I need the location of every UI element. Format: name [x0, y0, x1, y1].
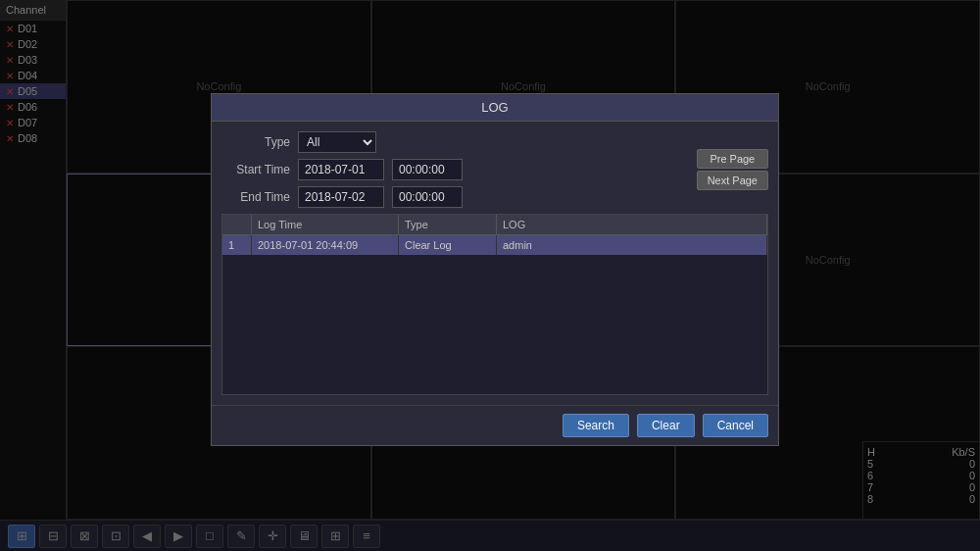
dialog-title: LOG [212, 94, 778, 122]
next-page-button[interactable]: Next Page [697, 171, 768, 190]
log-table: Log Time Type LOG 1 2018-07-01 20:44:09 … [221, 214, 768, 395]
end-time-label: End Time [221, 190, 290, 204]
col-log: LOG [497, 215, 767, 234]
cancel-button[interactable]: Cancel [703, 414, 768, 437]
type-row: Type AllSystemConfigAlarmRecordAccountCl… [221, 131, 687, 153]
log-dialog: LOG Type AllSystemConfigAlarmRecordAccou… [211, 93, 779, 446]
table-body: 1 2018-07-01 20:44:09 Clear Log admin [222, 235, 767, 394]
end-time-time-input[interactable] [392, 186, 463, 208]
type-select[interactable]: AllSystemConfigAlarmRecordAccountClear [298, 131, 376, 153]
start-time-row: Start Time [221, 159, 687, 180]
end-time-date-input[interactable] [298, 186, 384, 208]
pagination-buttons: Pre Page Next Page [697, 149, 768, 190]
dialog-body: Type AllSystemConfigAlarmRecordAccountCl… [212, 122, 778, 405]
start-time-label: Start Time [221, 163, 290, 176]
td-log: admin [497, 235, 767, 255]
dialog-footer: Search Clear Cancel [212, 405, 778, 445]
start-time-time-input[interactable] [392, 159, 463, 180]
td-num: 1 [222, 235, 252, 255]
start-time-date-input[interactable] [298, 159, 384, 180]
col-logtime: Log Time [252, 215, 399, 234]
table-row[interactable]: 1 2018-07-01 20:44:09 Clear Log admin [222, 235, 767, 255]
search-button[interactable]: Search [563, 414, 629, 437]
type-label: Type [221, 135, 290, 149]
clear-button[interactable]: Clear [637, 414, 695, 437]
col-type: Type [399, 215, 497, 234]
td-type: Clear Log [399, 235, 497, 255]
pre-page-button[interactable]: Pre Page [697, 149, 768, 169]
td-time: 2018-07-01 20:44:09 [252, 235, 399, 255]
end-time-row: End Time [221, 186, 687, 208]
col-num [222, 215, 252, 234]
table-header: Log Time Type LOG [222, 215, 767, 235]
